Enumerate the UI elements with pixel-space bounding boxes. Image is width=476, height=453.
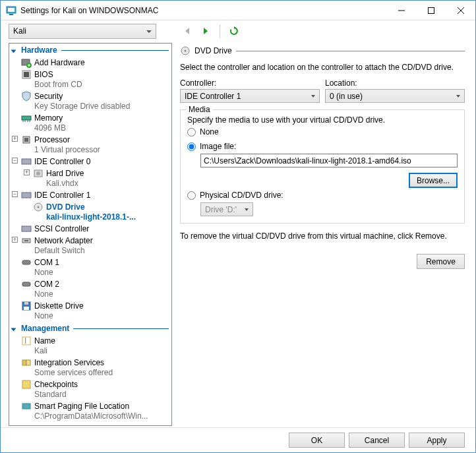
tree-memory[interactable]: Memory4096 MB — [9, 112, 171, 134]
svg-rect-27 — [22, 226, 31, 231]
network-icon — [21, 235, 32, 246]
svg-rect-14 — [22, 116, 31, 120]
dvd-icon — [180, 45, 191, 56]
media-group: Media Specify the media to use with your… — [180, 109, 465, 224]
name-icon: I — [21, 336, 32, 346]
controller-label: Controller: — [180, 78, 320, 88]
tree-hard-drive[interactable]: +Hard DriveKali.vhdx — [9, 167, 171, 189]
details-panel: DVD Drive Select the controller and loca… — [172, 42, 475, 427]
next-button[interactable] — [198, 24, 213, 38]
controller-icon — [21, 156, 32, 167]
dvd-icon — [33, 202, 44, 212]
physical-drive-select: Drive 'D:' — [200, 202, 253, 216]
tree-add-hardware[interactable]: Add Hardware — [9, 57, 171, 69]
close-button[interactable] — [446, 1, 475, 20]
tree-com2[interactable]: COM 2None — [9, 278, 171, 300]
add-hardware-icon — [21, 57, 32, 68]
toolbar: Kali — [1, 20, 475, 42]
radio-physical[interactable]: Physical CD/DVD drive: — [187, 188, 458, 202]
svg-text:I: I — [24, 336, 26, 346]
tree-checkpoints[interactable]: CheckpointsStandard — [9, 378, 171, 400]
controller-icon — [21, 190, 32, 200]
collapse-icon[interactable]: − — [12, 158, 18, 164]
collapse-icon[interactable]: − — [12, 191, 18, 197]
svg-rect-2 — [9, 14, 13, 15]
browse-button[interactable]: Browse... — [409, 173, 458, 188]
checkpoint-icon — [21, 379, 32, 390]
svg-rect-31 — [22, 282, 30, 286]
hard-drive-icon — [33, 168, 44, 179]
svg-rect-1 — [8, 8, 15, 12]
bios-icon — [21, 69, 32, 80]
section-management[interactable]: Management — [9, 322, 171, 335]
vm-selector-value: Kali — [13, 26, 26, 36]
tree-dvd-drive[interactable]: DVD Drivekali-linux-light-2018.1-... — [9, 201, 171, 223]
minimize-button[interactable] — [386, 1, 416, 20]
radio-none[interactable]: None — [187, 125, 458, 139]
svg-rect-40 — [22, 404, 30, 409]
vm-selector[interactable]: Kali — [9, 24, 156, 39]
controller-icon — [21, 224, 32, 234]
section-hardware[interactable]: Hardware — [9, 44, 171, 57]
svg-rect-33 — [24, 302, 28, 305]
location-select[interactable]: 0 (in use) — [325, 89, 465, 103]
settings-tree[interactable]: Hardware Add Hardware BIOSBoot from CD S… — [9, 43, 172, 426]
svg-rect-38 — [26, 360, 30, 365]
tree-name[interactable]: INameKali — [9, 335, 171, 357]
remove-description: To remove the virtual CD/DVD drive from … — [180, 224, 465, 249]
refresh-button[interactable] — [227, 24, 241, 38]
titlebar: Settings for Kali on WINDOWSONMAC — [1, 1, 475, 20]
tree-ide0[interactable]: −IDE Controller 0 — [9, 156, 171, 167]
expand-icon[interactable]: + — [12, 136, 18, 142]
tree-security[interactable]: SecurityKey Storage Drive disabled — [9, 90, 171, 112]
svg-point-26 — [38, 206, 40, 208]
cancel-button[interactable]: Cancel — [349, 433, 405, 448]
svg-rect-30 — [22, 260, 30, 264]
svg-rect-39 — [22, 380, 30, 388]
prev-button[interactable] — [180, 24, 194, 38]
tree-diskette[interactable]: Diskette DriveNone — [9, 300, 171, 322]
svg-rect-4 — [428, 7, 434, 13]
expand-icon[interactable]: + — [24, 169, 30, 175]
svg-rect-13 — [24, 72, 29, 77]
serial-port-icon — [21, 279, 32, 289]
svg-rect-29 — [24, 240, 28, 241]
svg-rect-24 — [22, 193, 31, 198]
media-group-label: Media — [186, 105, 213, 114]
paging-icon — [21, 401, 32, 411]
svg-rect-21 — [22, 159, 31, 164]
svg-rect-20 — [24, 138, 28, 142]
svg-rect-37 — [22, 360, 26, 365]
ok-button[interactable]: OK — [289, 433, 345, 448]
panel-description: Select the controller and location on th… — [180, 60, 465, 78]
app-icon — [6, 5, 16, 16]
tree-bios[interactable]: BIOSBoot from CD — [9, 69, 171, 90]
cpu-icon — [21, 135, 32, 145]
remove-button[interactable]: Remove — [417, 254, 465, 269]
svg-point-42 — [185, 50, 187, 52]
panel-heading: DVD Drive — [194, 46, 232, 55]
expand-icon[interactable]: + — [12, 237, 18, 243]
serial-port-icon — [21, 257, 32, 268]
tree-integration[interactable]: Integration ServicesSome services offere… — [9, 357, 171, 378]
location-label: Location: — [325, 78, 465, 88]
svg-marker-7 — [185, 28, 189, 34]
media-description: Specify the media to use with your virtu… — [187, 115, 458, 125]
apply-button[interactable]: Apply — [409, 433, 465, 448]
tree-network[interactable]: +Network AdapterDefault Switch — [9, 235, 171, 257]
svg-rect-34 — [24, 307, 29, 310]
maximize-button[interactable] — [416, 1, 446, 20]
tree-processor[interactable]: +Processor1 Virtual processor — [9, 134, 171, 156]
svg-point-23 — [36, 171, 40, 175]
tree-smart-paging[interactable]: Smart Paging File LocationC:\ProgramData… — [9, 400, 171, 422]
svg-marker-8 — [204, 28, 208, 34]
controller-select[interactable]: IDE Controller 1 — [180, 89, 320, 103]
radio-image-file[interactable]: Image file: — [187, 139, 458, 154]
tree-ide1[interactable]: −IDE Controller 1 — [9, 189, 171, 201]
image-path-input[interactable] — [200, 154, 458, 167]
tree-com1[interactable]: COM 1None — [9, 257, 171, 278]
shield-icon — [21, 91, 32, 102]
window-title: Settings for Kali on WINDOWSONMAC — [20, 6, 386, 15]
dialog-footer: OK Cancel Apply — [1, 427, 475, 452]
tree-scsi[interactable]: SCSI Controller — [9, 223, 171, 235]
